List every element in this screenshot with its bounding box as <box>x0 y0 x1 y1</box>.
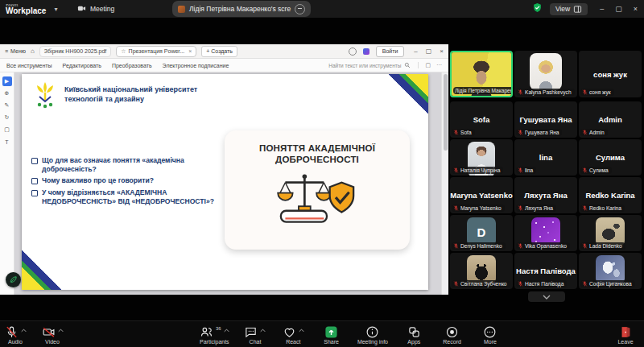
university-name: Київський національний університет техно… <box>64 85 217 104</box>
sign-in-button[interactable]: Войти <box>376 46 405 57</box>
text-tool-icon[interactable]: T <box>2 137 12 147</box>
chevron-up-icon[interactable] <box>21 328 27 333</box>
toolbar-meeting-info-button[interactable]: Meeting info <box>357 321 388 347</box>
participant-tile[interactable]: SofaSofa <box>450 101 513 138</box>
participant-tile[interactable]: Гушувата ЯнаГушувата Яна <box>514 101 577 138</box>
participant-tile[interactable]: Світлана Зубченко <box>450 253 513 289</box>
collapse-share-icon[interactable] <box>295 4 305 14</box>
select-tool-icon[interactable]: ▶ <box>2 76 12 86</box>
participant-tile[interactable]: Настя ПаліводаНастя Палівода <box>514 253 577 289</box>
toolbar-leave-button[interactable]: Leave <box>613 321 638 347</box>
participant-tile[interactable]: Lada Didenko <box>579 215 642 251</box>
home-icon[interactable]: ⌂ <box>31 48 35 55</box>
participants-icon <box>200 325 213 340</box>
participant-tile[interactable]: Kalyna Pashkevych <box>514 51 577 97</box>
chat-icon <box>244 325 258 340</box>
toolbar-share-button[interactable]: Share <box>320 321 344 347</box>
muted-mic-icon <box>582 130 588 135</box>
acrobat-minimize-button[interactable]: – <box>414 48 417 55</box>
brand-workplace-text: Workplace <box>6 7 46 15</box>
chevron-up-icon[interactable] <box>299 328 304 333</box>
rotate-tool-icon[interactable]: ↻ <box>2 113 12 122</box>
acrobat-search[interactable]: Найти текст или инструменты <box>328 62 411 68</box>
frame-tool-icon[interactable]: ▢ <box>2 125 12 134</box>
acrobat-menu-item-3[interactable]: Электронное подписание <box>163 63 229 68</box>
ai-assistant-icon[interactable] <box>363 48 369 55</box>
create-button[interactable]: + Создать <box>201 46 237 57</box>
acrobat-menu-item-0[interactable]: Все инструменты <box>6 63 52 68</box>
zoom-tool-icon[interactable]: ⊕ <box>2 89 12 98</box>
toolbar-apps-button[interactable]: Apps <box>402 321 426 347</box>
university-logo <box>33 81 57 109</box>
minimize-button[interactable]: – <box>600 0 604 18</box>
close-button[interactable]: × <box>634 0 638 18</box>
acrobat-restore-button[interactable]: ▢ <box>426 48 432 55</box>
participant-tile[interactable]: СулимаСулима <box>579 139 642 176</box>
toolbar-record-button[interactable]: Record <box>440 321 464 347</box>
tab-meeting[interactable]: Meeting <box>77 0 114 18</box>
toolbar-participants-label: Participants <box>200 339 229 345</box>
toolbar-more-label: More <box>484 339 497 345</box>
acrobat-menu-button[interactable]: ≡ Меню <box>5 48 26 54</box>
participant-tile[interactable]: DDenys Halimenko <box>450 215 513 251</box>
expand-participants-button[interactable] <box>528 291 565 302</box>
zoom-titlebar: zoom Workplace ▾ Meeting Лідія Петрівна … <box>0 0 644 18</box>
participant-label-name: Sofa <box>460 130 472 135</box>
toolbar-video-button[interactable]: Video <box>40 321 64 347</box>
participant-tile[interactable]: Ляхута ЯнаЛяхута Яна <box>514 177 577 213</box>
participant-label-name: Лідія Петрівна Макаренко <box>455 88 513 93</box>
acrobat-fab-button[interactable] <box>6 272 21 287</box>
participant-label: соня жук <box>580 89 614 96</box>
participant-tile[interactable]: Наталія Чупріна <box>450 139 513 176</box>
acrobat-menu-item-1[interactable]: Редактировать <box>63 63 101 68</box>
participant-label-name: Сулима <box>589 167 609 173</box>
workspace-caret-icon[interactable]: ▾ <box>54 6 57 13</box>
security-shield-icon[interactable] <box>532 2 543 16</box>
toolbar-leave-label: Leave <box>617 339 633 345</box>
chevron-up-icon[interactable] <box>224 328 229 333</box>
toolbar-react-button[interactable]: React <box>281 321 305 347</box>
participant-tile[interactable]: Maryna YatsenkoMaryna Yatsenko <box>450 177 513 213</box>
participant-tile[interactable]: linalina <box>514 139 577 176</box>
toolbar-react-icon-row <box>283 325 304 338</box>
view-button[interactable]: View <box>550 3 588 15</box>
participant-tile[interactable]: Лідія Петрівна Макаренко <box>450 51 513 97</box>
history-icon[interactable] <box>349 48 357 56</box>
scrollbar-thumb[interactable] <box>444 74 448 151</box>
close-tab-icon[interactable]: × <box>188 48 192 54</box>
participant-tile[interactable]: соня жуксоня жук <box>579 51 642 97</box>
chevron-up-icon[interactable] <box>260 328 266 333</box>
participant-tile[interactable]: AdminAdmin <box>579 101 642 138</box>
participant-tile[interactable]: Vika Opanasenko <box>514 215 577 251</box>
more-tools-icon[interactable]: ⋯ <box>436 62 442 68</box>
active-document-tab[interactable]: ☆ Презентация Power... × <box>116 46 196 57</box>
acrobat-close-button[interactable]: × <box>440 48 444 55</box>
participant-tile[interactable]: Redko KarinaRedko Karina <box>579 177 642 213</box>
document-scrollbar[interactable] <box>441 72 448 295</box>
participant-label: Sofa <box>452 129 475 136</box>
muted-mic-icon <box>582 205 588 211</box>
document-tab[interactable]: Збірник НН900 2025.pdf <box>39 46 111 57</box>
participant-label: Lada Didenko <box>580 242 625 250</box>
acrobat-menu-item-2[interactable]: Преобразовать <box>112 63 152 68</box>
search-icon <box>404 62 411 68</box>
draw-tool-icon[interactable]: ✎ <box>2 101 12 110</box>
muted-mic-icon <box>582 167 588 173</box>
participant-tile[interactable]: Софія Циганкова <box>579 253 642 289</box>
toolbar-audio-label: Audio <box>8 339 23 345</box>
page-view-icon[interactable]: ▢ <box>425 62 431 68</box>
toolbar-meeting-info-icon-row <box>365 325 379 338</box>
participant-label: lina <box>516 167 536 174</box>
toolbar-chat-button[interactable]: Chat <box>243 321 267 347</box>
muted-mic-icon <box>582 89 588 95</box>
participant-label-name: Гушувата Яна <box>525 130 559 135</box>
toolbar-participants-button[interactable]: 36Participants <box>200 321 229 347</box>
create-label: Создать <box>211 48 233 54</box>
participant-label: Admin <box>580 129 608 136</box>
document-canvas: Київський національний університет техно… <box>14 72 448 295</box>
tab-shared-screen[interactable]: Лідія Петрівна Макаренко's scre <box>172 1 311 17</box>
toolbar-more-button[interactable]: More <box>478 321 502 347</box>
chevron-up-icon[interactable] <box>58 328 64 333</box>
toolbar-audio-button[interactable]: Audio <box>3 321 27 347</box>
restore-button[interactable]: ▢ <box>615 0 622 18</box>
